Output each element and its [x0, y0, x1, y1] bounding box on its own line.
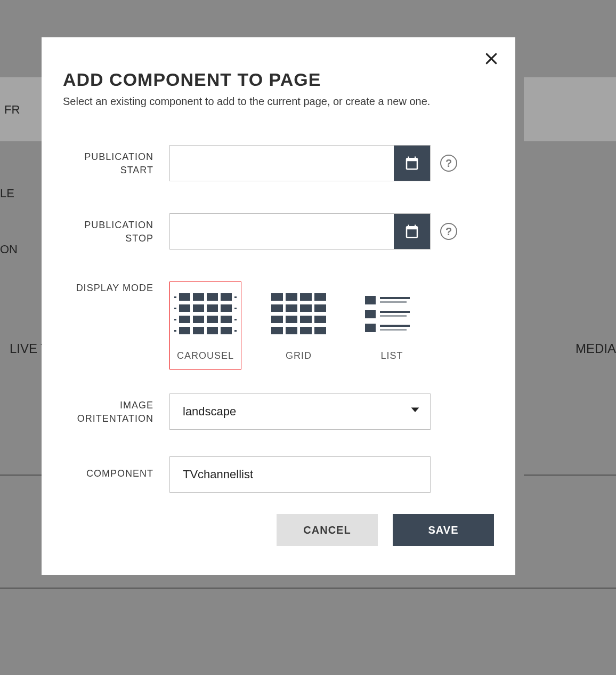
- publication-stop-row: PUBLICATION STOP ?: [63, 213, 494, 250]
- publication-stop-field: [169, 213, 431, 250]
- image-orientation-select[interactable]: landscape: [169, 393, 431, 430]
- component-input[interactable]: [169, 456, 431, 493]
- publication-start-input[interactable]: [170, 146, 394, 181]
- carousel-label: CAROUSEL: [177, 350, 234, 361]
- cancel-button[interactable]: CANCEL: [277, 514, 378, 546]
- grid-icon: [268, 288, 330, 339]
- chevron-down-icon: [411, 405, 419, 415]
- publication-start-field: [169, 145, 431, 181]
- component-row: COMPONENT: [63, 456, 494, 493]
- button-row: CANCEL SAVE: [63, 514, 494, 546]
- image-orientation-row: IMAGE ORITENTATION landscape: [63, 393, 494, 430]
- display-mode-options: CAROUSEL GRID LIST: [169, 282, 428, 369]
- calendar-icon: [404, 223, 420, 239]
- display-mode-grid[interactable]: GRID: [263, 282, 335, 369]
- publication-start-calendar-button[interactable]: [394, 146, 430, 181]
- bg-row1: LE: [0, 187, 14, 200]
- display-mode-carousel[interactable]: CAROUSEL: [169, 282, 241, 369]
- component-label: COMPONENT: [63, 456, 169, 480]
- close-icon: [484, 52, 498, 66]
- publication-stop-input[interactable]: [170, 214, 394, 249]
- publication-stop-label: PUBLICATION STOP: [63, 213, 169, 245]
- publication-stop-calendar-button[interactable]: [394, 214, 430, 249]
- modal-title: ADD COMPONENT TO PAGE: [63, 69, 494, 90]
- bg-divider-2: [0, 588, 616, 589]
- calendar-icon: [404, 155, 420, 171]
- save-button[interactable]: SAVE: [393, 514, 494, 546]
- publication-start-label: PUBLICATION START: [63, 145, 169, 177]
- bg-media-label: MEDIA: [576, 341, 616, 356]
- publication-start-help[interactable]: ?: [440, 155, 457, 172]
- bg-row2: ON: [0, 243, 18, 256]
- close-button[interactable]: [481, 48, 502, 69]
- grid-label: GRID: [286, 350, 312, 361]
- modal-subtitle: Select an existing component to add to t…: [63, 95, 494, 108]
- list-label: LIST: [380, 350, 403, 361]
- publication-stop-help[interactable]: ?: [440, 223, 457, 240]
- publication-start-row: PUBLICATION START ?: [63, 145, 494, 181]
- bg-nav-fr: FR: [4, 103, 20, 117]
- carousel-icon: [174, 288, 237, 339]
- display-mode-label: DISPLAY MODE: [63, 282, 169, 295]
- add-component-modal: ADD COMPONENT TO PAGE Select an existing…: [42, 37, 515, 575]
- image-orientation-label: IMAGE ORITENTATION: [63, 393, 169, 425]
- image-orientation-value: landscape: [183, 405, 236, 419]
- list-icon: [361, 288, 423, 339]
- display-mode-row: DISPLAY MODE CAROUSEL GRID: [63, 282, 494, 369]
- display-mode-list[interactable]: LIST: [356, 282, 428, 369]
